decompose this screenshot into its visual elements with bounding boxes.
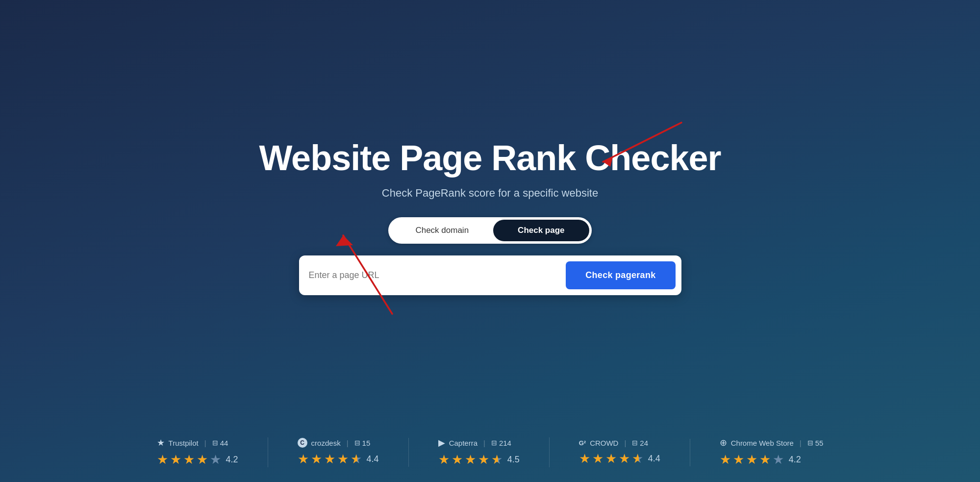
capterra-name: Capterra — [449, 439, 477, 447]
g2crowd-review-count: 24 — [632, 439, 648, 447]
mode-toggle: Check domain Check page — [388, 217, 591, 244]
crozdesk-stars: ★ ★ ★ ★ ★ 4.4 — [298, 452, 379, 467]
check-page-tab[interactable]: Check page — [493, 220, 589, 241]
chrome-icon: ⊕ — [720, 437, 727, 448]
page-title: Website Page Rank Checker — [259, 138, 721, 178]
capterra-stars: ★ ★ ★ ★ ★ 4.5 — [438, 452, 520, 467]
g2crowd-stars: ★ ★ ★ ★ ★ 4.4 — [579, 451, 660, 466]
capterra-review-count: 214 — [491, 439, 511, 447]
trustpilot-score: 4.2 — [226, 455, 238, 465]
crozdesk-name: crozdesk — [311, 439, 341, 447]
chrome-name: Chrome Web Store — [731, 439, 794, 447]
rating-capterra: ▶ Capterra | 214 ★ ★ ★ ★ ★ 4.5 — [409, 437, 550, 467]
rating-crozdesk: C crozdesk | 15 ★ ★ ★ ★ ★ 4.4 — [268, 438, 409, 467]
rating-chrome: ⊕ Chrome Web Store | 55 ★ ★ ★ ★ ★ 4.2 — [690, 437, 853, 467]
crozdesk-icon: C — [298, 438, 307, 448]
g2crowd-score: 4.4 — [648, 454, 660, 464]
g2crowd-icon: G² — [579, 439, 586, 447]
ratings-section: ★ Trustpilot | 44 ★ ★ ★ ★ ★ 4.2 C crozde… — [98, 437, 882, 467]
rating-g2crowd: G² CROWD | 24 ★ ★ ★ ★ ★ 4.4 — [550, 439, 690, 466]
check-pagerank-button[interactable]: Check pagerank — [566, 261, 675, 289]
crozdesk-score: 4.4 — [367, 454, 379, 464]
trustpilot-icon: ★ — [157, 437, 165, 448]
chrome-stars: ★ ★ ★ ★ ★ 4.2 — [720, 452, 801, 467]
trustpilot-stars: ★ ★ ★ ★ ★ 4.2 — [157, 452, 238, 467]
trustpilot-review-count: 44 — [212, 439, 228, 447]
capterra-icon: ▶ — [438, 437, 445, 448]
hero-section: Website Page Rank Checker Check PageRank… — [0, 138, 980, 344]
g2crowd-name: CROWD — [590, 439, 618, 447]
rating-trustpilot: ★ Trustpilot | 44 ★ ★ ★ ★ ★ 4.2 — [127, 437, 268, 467]
search-container: Check pagerank — [299, 255, 681, 295]
chrome-score: 4.2 — [789, 455, 801, 465]
chrome-review-count: 55 — [807, 439, 824, 447]
url-input[interactable] — [309, 266, 566, 284]
crozdesk-review-count: 15 — [354, 439, 371, 447]
check-domain-tab[interactable]: Check domain — [391, 220, 493, 241]
capterra-score: 4.5 — [507, 455, 520, 465]
trustpilot-name: Trustpilot — [169, 439, 199, 447]
page-subtitle: Check PageRank score for a specific webs… — [382, 187, 598, 200]
